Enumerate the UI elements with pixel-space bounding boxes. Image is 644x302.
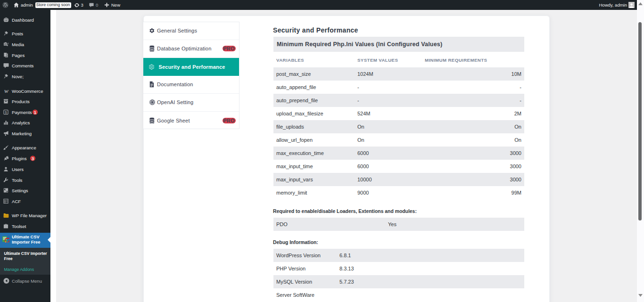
svg-text:$: $ [5, 110, 7, 114]
svg-text:w: w [4, 89, 8, 93]
